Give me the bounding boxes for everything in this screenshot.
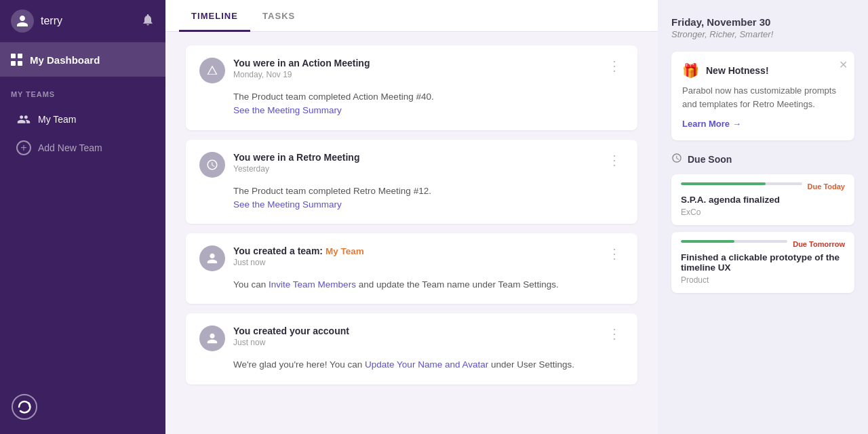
feed-card-team-created: You created a team: My Team Just now ⋮ Y…: [186, 233, 637, 304]
my-dashboard-nav[interactable]: My Dashboard: [0, 43, 165, 77]
card-title: You were in a Retro Meeting: [233, 152, 359, 163]
svg-point-0: [12, 395, 37, 419]
card-body: The Product team completed Retro Meeting…: [199, 184, 624, 212]
tab-tasks[interactable]: TASKS: [250, 0, 307, 32]
due-item-name: S.P.A. agenda finalized: [681, 195, 845, 205]
card-title: You were in an Action Meeting: [233, 58, 370, 68]
due-progress-bar-2: [681, 240, 787, 243]
hotness-close-button[interactable]: ✕: [839, 58, 848, 71]
dashboard-grid-icon: [11, 54, 23, 66]
card-date: Monday, Nov 19: [233, 70, 370, 79]
hotness-title: New Hotness!: [706, 65, 769, 76]
learn-more-link[interactable]: Learn More →: [682, 119, 741, 129]
add-new-team-button[interactable]: + Add New Team: [11, 134, 155, 162]
sidebar: terry My Dashboard MY TEAMS My Team + Ad…: [0, 0, 165, 434]
due-item-name: Finished a clickable prototype of the ti…: [681, 252, 845, 273]
avatar: [11, 9, 34, 33]
my-team-label: My Team: [38, 114, 77, 125]
hotness-card: ✕ 🎁 New Hotness! Parabol now has customi…: [671, 52, 854, 140]
add-team-label: Add New Team: [38, 142, 102, 153]
card-body: You can Invite Team Members and update t…: [199, 278, 624, 292]
sidebar-user[interactable]: terry: [11, 9, 62, 33]
hotness-header: 🎁 New Hotness!: [682, 62, 844, 79]
account-created-icon: [199, 326, 225, 351]
sidebar-header: terry: [0, 0, 165, 43]
notification-bell-icon[interactable]: [141, 13, 155, 29]
feed-card-account-created: You created your account Just now ⋮ We'r…: [186, 313, 637, 384]
hotness-body: Parabol now has customizable prompts and…: [682, 84, 844, 111]
due-progress-fill-1: [681, 182, 766, 185]
tab-timeline[interactable]: TIMELINE: [179, 0, 250, 32]
my-teams-section-label: MY TEAMS: [11, 90, 155, 98]
due-card-1: Due Today S.P.A. agenda finalized ExCo: [671, 174, 854, 225]
card-more-menu-icon[interactable]: ⋮: [605, 245, 624, 262]
add-circle-icon: +: [16, 140, 31, 155]
retro-meeting-icon: [199, 152, 225, 178]
my-teams-section: MY TEAMS My Team + Add New Team: [0, 77, 165, 167]
username-label: terry: [41, 15, 62, 27]
team-created-icon: [199, 245, 225, 271]
card-body: The Product team completed Action Meetin…: [199, 90, 624, 118]
card-date: Just now: [233, 338, 349, 347]
card-date: Just now: [233, 258, 364, 267]
card-title: You created a team: My Team: [233, 245, 364, 256]
invite-team-members-link[interactable]: Invite Team Members: [269, 279, 356, 290]
team-people-icon: [16, 112, 31, 127]
sidebar-footer: [0, 382, 165, 434]
gift-icon: 🎁: [682, 62, 699, 79]
due-progress-bar-1: [681, 182, 802, 185]
due-soon-title: Due Soon: [688, 154, 732, 165]
tabs-bar: TIMELINE TASKS: [165, 0, 658, 32]
card-more-menu-icon[interactable]: ⋮: [605, 152, 624, 168]
due-item-team: Product: [681, 275, 845, 285]
due-soon-clock-icon: [671, 153, 682, 166]
arrow-right-icon: →: [732, 119, 741, 129]
action-meeting-icon: [199, 58, 225, 83]
timeline-feed: You were in an Action Meeting Monday, No…: [165, 32, 658, 434]
due-item-team: ExCo: [681, 208, 845, 217]
app-logo-icon: [11, 393, 38, 420]
sidebar-item-my-team[interactable]: My Team: [11, 105, 155, 134]
feed-card-action-meeting: You were in an Action Meeting Monday, No…: [186, 45, 637, 130]
due-today-badge: Due Today: [808, 182, 845, 191]
card-body: We're glad you're here! You can Update Y…: [199, 358, 624, 372]
card-more-menu-icon[interactable]: ⋮: [605, 58, 624, 74]
meeting-summary-link[interactable]: See the Meeting Summary: [233, 105, 342, 115]
feed-card-retro-meeting: You were in a Retro Meeting Yesterday ⋮ …: [186, 140, 637, 224]
right-panel: Friday, November 30 Stronger, Richer, Sm…: [658, 0, 868, 434]
card-more-menu-icon[interactable]: ⋮: [605, 326, 624, 342]
panel-date: Friday, November 30: [671, 16, 854, 28]
due-progress-fill-2: [681, 240, 734, 243]
meeting-summary-link-2[interactable]: See the Meeting Summary: [233, 199, 342, 210]
due-tomorrow-badge: Due Tomorrow: [793, 240, 845, 248]
due-card-2: Due Tomorrow Finished a clickable protot…: [671, 232, 854, 293]
update-name-avatar-link[interactable]: Update Your Name and Avatar: [365, 359, 488, 370]
main-content: TIMELINE TASKS You were in an Action Mee…: [165, 0, 658, 434]
card-title: You created your account: [233, 326, 349, 336]
due-soon-section: Due Soon: [671, 153, 854, 166]
my-team-link[interactable]: My Team: [326, 246, 364, 256]
panel-subtitle: Stronger, Richer, Smarter!: [671, 29, 854, 39]
dashboard-label: My Dashboard: [30, 54, 100, 66]
card-date: Yesterday: [233, 164, 359, 174]
